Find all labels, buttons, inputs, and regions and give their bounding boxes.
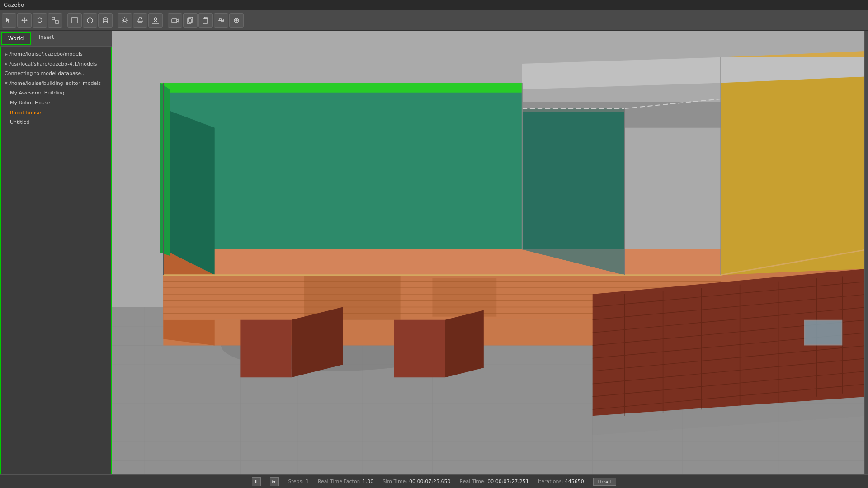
directional-light-button[interactable]: [148, 13, 163, 28]
steps-item: Steps: 1: [288, 479, 308, 484]
paste-button[interactable]: [198, 13, 213, 28]
tree-item-robot-house[interactable]: Robot house: [1, 108, 111, 118]
svg-line-30: [156, 20, 157, 22]
real-time-value: 00 00:07:27.251: [487, 479, 528, 484]
svg-marker-3: [24, 17, 25, 19]
app-title: Gazebo: [4, 2, 24, 8]
spot-light-button[interactable]: [133, 13, 147, 28]
box-shape-button[interactable]: [67, 13, 82, 28]
separator-2: [115, 14, 115, 27]
svg-rect-35: [187, 19, 191, 23]
iterations-value: 445650: [565, 479, 584, 484]
svg-line-25: [123, 22, 123, 23]
svg-marker-81: [445, 310, 484, 378]
sidebar-tree: ▶ /home/louise/.gazebo/models ▶ /usr/loc…: [0, 47, 112, 474]
tree-item-building-editor[interactable]: ▼ /home/louise/building_editor_models: [1, 79, 111, 89]
svg-marker-78: [240, 320, 291, 378]
svg-line-23: [127, 22, 127, 23]
svg-rect-39: [219, 19, 221, 20]
3d-scene: [112, 31, 868, 474]
record-button[interactable]: [229, 13, 244, 28]
svg-rect-34: [189, 17, 193, 22]
svg-line-10: [55, 20, 56, 21]
tree-item-share-models[interactable]: ▶ /usr/local/share/gazebo-4.1/models: [1, 59, 111, 69]
svg-marker-5: [21, 19, 23, 21]
svg-rect-11: [72, 18, 77, 23]
svg-marker-33: [177, 19, 178, 22]
svg-marker-6: [26, 19, 28, 21]
rtf-item: Real Time Factor: 1.00: [318, 479, 373, 484]
svg-point-13: [103, 18, 108, 19]
pause-button[interactable]: ⏸: [252, 477, 261, 486]
title-bar: Gazebo: [0, 0, 868, 10]
right-resize-handle[interactable]: [864, 31, 868, 474]
toolbar: [0, 10, 868, 31]
real-time-label: Real Time:: [459, 479, 486, 484]
copy-button[interactable]: [183, 13, 198, 28]
camera-sensor-button[interactable]: [168, 13, 182, 28]
svg-marker-4: [24, 22, 25, 23]
sidebar: World Insert ▶ /home/louise/.gazebo/mode…: [0, 31, 112, 474]
arrow-icon: ▼: [5, 80, 8, 86]
select-tool-button[interactable]: [2, 13, 16, 28]
steps-value: 1: [306, 479, 309, 484]
sidebar-tabs: World Insert: [0, 31, 112, 47]
scale-tool-button[interactable]: [48, 13, 62, 28]
svg-line-22: [123, 18, 123, 19]
viewport[interactable]: [112, 31, 868, 474]
reset-button[interactable]: Reset: [593, 478, 616, 486]
step-icon: ⏭: [272, 479, 277, 484]
svg-rect-32: [172, 19, 177, 23]
real-time-item: Real Time: 00 00:07:27.251: [459, 479, 528, 484]
separator-1: [65, 14, 65, 27]
arrow-icon: ▶: [5, 61, 8, 67]
sim-time-label: Sim Time:: [382, 479, 407, 484]
svg-marker-0: [6, 18, 10, 23]
cylinder-shape-button[interactable]: [98, 13, 113, 28]
svg-point-42: [236, 19, 237, 21]
sim-time-value: 00 00:07:25.650: [409, 479, 450, 484]
svg-rect-77: [432, 278, 496, 317]
svg-rect-36: [203, 18, 208, 23]
tree-item-my-awesome-building[interactable]: My Awesome Building: [1, 88, 111, 98]
tree-item-connecting: Connecting to model database...: [1, 69, 111, 79]
svg-rect-9: [56, 21, 58, 23]
separator-3: [165, 14, 165, 27]
svg-marker-80: [394, 320, 445, 378]
svg-marker-102: [163, 89, 522, 249]
iterations-item: Iterations: 445650: [538, 479, 584, 484]
svg-marker-115: [160, 83, 170, 256]
sphere-shape-button[interactable]: [83, 13, 97, 28]
svg-marker-26: [138, 18, 142, 21]
point-light-button[interactable]: [118, 13, 132, 28]
svg-point-12: [87, 18, 93, 23]
svg-marker-103: [163, 108, 214, 275]
tree-item-my-robot-house[interactable]: My Robot House: [1, 98, 111, 108]
svg-line-29: [154, 20, 156, 22]
rotate-tool-button[interactable]: [33, 13, 47, 28]
svg-point-28: [154, 18, 157, 20]
svg-rect-118: [522, 112, 625, 249]
tree-item-untitled[interactable]: Untitled: [1, 117, 111, 127]
status-bar: ⏸ ⏭ Steps: 1 Real Time Factor: 1.00 Sim …: [0, 474, 868, 488]
translate-tool-button[interactable]: [17, 13, 32, 28]
step-button[interactable]: ⏭: [270, 477, 279, 486]
tab-insert[interactable]: Insert: [32, 31, 61, 46]
arrow-icon: ▶: [5, 51, 8, 57]
svg-marker-114: [160, 83, 522, 93]
svg-point-17: [123, 19, 126, 22]
iterations-label: Iterations:: [538, 479, 563, 484]
tree-item-gazebo-models[interactable]: ▶ /home/louise/.gazebo/models: [1, 49, 111, 59]
steps-label: Steps:: [288, 479, 303, 484]
svg-rect-8: [52, 17, 55, 20]
svg-marker-105: [522, 89, 721, 102]
rtf-label: Real Time Factor:: [318, 479, 361, 484]
svg-line-24: [127, 18, 127, 19]
svg-rect-100: [805, 321, 841, 344]
rtf-value: 1.00: [363, 479, 374, 484]
sim-time-item: Sim Time: 00 00:07:25.650: [382, 479, 450, 484]
align-button[interactable]: [214, 13, 228, 28]
svg-point-16: [103, 21, 108, 23]
main-area: World Insert ▶ /home/louise/.gazebo/mode…: [0, 31, 868, 474]
tab-world[interactable]: World: [1, 32, 31, 45]
